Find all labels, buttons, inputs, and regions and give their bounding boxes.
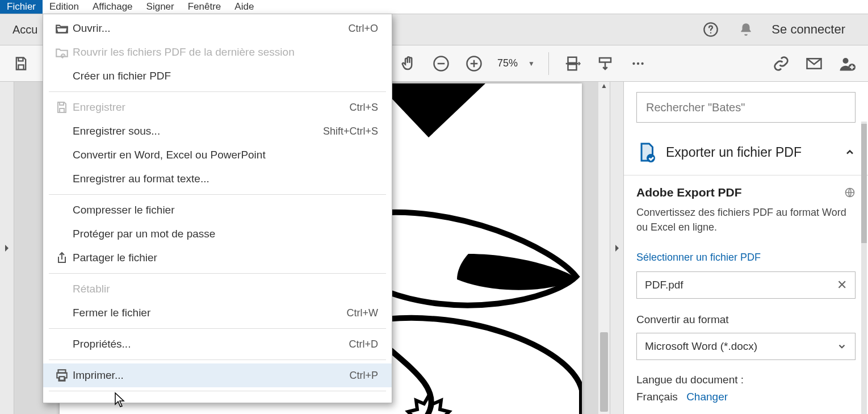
panel-scrollbar[interactable] xyxy=(861,122,867,414)
svg-rect-7 xyxy=(568,57,576,62)
export-panel-title[interactable]: Exporter un fichier PDF xyxy=(666,145,835,160)
zoom-in-icon[interactable] xyxy=(464,54,484,73)
menu-compress-label: Compresser le fichier xyxy=(73,204,378,216)
menu-close-file[interactable]: Fermer le fichier Ctrl+W xyxy=(43,301,392,325)
menu-convert[interactable]: Convertir en Word, Excel ou PowerPoint xyxy=(43,143,392,167)
menu-print-shortcut: Ctrl+P xyxy=(349,370,378,382)
select-pdf-link[interactable]: Sélectionner un fichier PDF xyxy=(636,252,856,264)
mail-icon[interactable] xyxy=(804,54,824,73)
search-input[interactable] xyxy=(636,92,856,123)
zoom-level[interactable]: 75% ▼ xyxy=(497,57,535,69)
svg-point-16 xyxy=(647,154,655,162)
link-icon[interactable] xyxy=(771,54,791,73)
menu-props-label: Propriétés... xyxy=(73,338,349,350)
bell-icon[interactable] xyxy=(736,20,756,39)
menu-share[interactable]: Partager le fichier xyxy=(43,246,392,270)
help-icon[interactable] xyxy=(701,20,720,39)
format-value: Microsoft Word (*.docx) xyxy=(645,340,757,353)
separator xyxy=(49,328,386,329)
menu-compress[interactable]: Compresser le fichier xyxy=(43,198,392,222)
doc-language-label: Langue du document : xyxy=(636,374,856,386)
menu-save-shortcut: Ctrl+S xyxy=(349,102,378,114)
left-panel-toggle[interactable] xyxy=(0,82,14,414)
scroll-mode-icon[interactable] xyxy=(596,54,615,73)
menu-save-text[interactable]: Enregistrer au format texte... xyxy=(43,167,392,191)
menu-save-label: Enregistrer xyxy=(73,101,349,114)
scroll-up-icon[interactable]: ▲ xyxy=(598,82,610,93)
svg-point-10 xyxy=(632,62,635,64)
external-link-icon[interactable] xyxy=(844,187,856,198)
hand-tool-icon[interactable] xyxy=(399,54,418,73)
folder-reload-icon xyxy=(51,45,73,60)
separator xyxy=(49,194,386,195)
menu-edit[interactable]: Edition xyxy=(43,0,86,14)
menu-help[interactable]: Aide xyxy=(228,0,261,14)
doc-language-value: Français xyxy=(636,391,678,403)
menu-save-as[interactable]: Enregistrer sous... Shift+Ctrl+S xyxy=(43,119,392,143)
vertical-scrollbar[interactable]: ▲ xyxy=(598,82,610,414)
save-icon[interactable] xyxy=(11,54,31,73)
menu-print[interactable]: Imprimer... Ctrl+P xyxy=(43,363,392,387)
menu-protect[interactable]: Protéger par un mot de passe xyxy=(43,222,392,246)
folder-open-icon xyxy=(51,21,73,36)
separator xyxy=(548,52,549,75)
menubar: Fichier Edition Affichage Signer Fenêtre… xyxy=(0,0,868,14)
menu-revert-label: Rétablir xyxy=(73,283,378,295)
menu-saveas-shortcut: Shift+Ctrl+S xyxy=(323,126,378,137)
close-icon[interactable]: ✕ xyxy=(837,278,847,292)
convert-format-label: Convertir au format xyxy=(636,313,856,326)
separator xyxy=(49,91,386,92)
menu-open[interactable]: Ouvrir... Ctrl+O xyxy=(43,16,392,40)
svg-point-12 xyxy=(641,62,643,64)
menu-savetxt-label: Enregistrer au format texte... xyxy=(73,173,378,185)
menu-create-pdf[interactable]: Créer un fichier PDF xyxy=(43,64,392,88)
file-menu-dropdown: Ouvrir... Ctrl+O Rouvrir les fichiers PD… xyxy=(43,14,392,403)
menu-props-shortcut: Ctrl+D xyxy=(349,338,378,350)
right-panel-toggle[interactable] xyxy=(610,82,624,414)
print-icon xyxy=(51,368,73,383)
add-user-icon[interactable] xyxy=(837,54,857,73)
menu-reopen-label: Rouvrir les fichiers PDF de la dernière … xyxy=(73,46,378,58)
separator xyxy=(624,175,868,175)
chevron-up-icon[interactable] xyxy=(844,147,856,158)
menu-protect-label: Protéger par un mot de passe xyxy=(73,228,378,240)
chevron-down-icon: ▼ xyxy=(528,60,535,68)
selected-file-name: PDF.pdf xyxy=(645,279,684,291)
menu-open-label: Ouvrir... xyxy=(73,22,348,35)
menu-view[interactable]: Affichage xyxy=(86,0,140,14)
menu-revert: Rétablir xyxy=(43,277,392,301)
menu-close-label: Fermer le fichier xyxy=(73,307,347,319)
change-language-link[interactable]: Changer xyxy=(686,391,728,403)
menu-share-label: Partager le fichier xyxy=(73,252,378,264)
svg-rect-19 xyxy=(60,377,65,380)
svg-rect-8 xyxy=(568,64,576,70)
sign-in-button[interactable]: Se connecter xyxy=(771,22,845,37)
svg-point-1 xyxy=(710,32,711,34)
zoom-value: 75% xyxy=(497,57,518,69)
share-icon xyxy=(51,251,73,265)
separator xyxy=(49,359,386,360)
export-pdf-icon xyxy=(636,142,657,162)
svg-rect-9 xyxy=(599,58,611,62)
more-icon[interactable] xyxy=(628,54,648,73)
zoom-out-icon[interactable] xyxy=(431,54,451,73)
chevron-down-icon xyxy=(837,341,847,352)
separator xyxy=(49,391,386,391)
scrollbar-thumb[interactable] xyxy=(600,332,608,412)
export-subtitle: Convertissez des fichiers PDF au format … xyxy=(636,205,856,235)
menu-reopen: Rouvrir les fichiers PDF de la dernière … xyxy=(43,40,392,64)
tools-panel: Exporter un fichier PDF Adobe Export PDF… xyxy=(624,82,868,414)
menu-properties[interactable]: Propriétés... Ctrl+D xyxy=(43,332,392,356)
menu-open-shortcut: Ctrl+O xyxy=(348,23,378,35)
format-select[interactable]: Microsoft Word (*.docx) xyxy=(636,333,856,360)
menu-print-label: Imprimer... xyxy=(73,369,349,382)
menu-saveas-label: Enregistrer sous... xyxy=(73,125,323,137)
fit-width-icon[interactable] xyxy=(563,54,582,73)
menu-file[interactable]: Fichier xyxy=(0,0,43,14)
adobe-export-title: Adobe Export PDF xyxy=(636,186,742,199)
menu-sign[interactable]: Signer xyxy=(140,0,181,14)
selected-file-box: PDF.pdf ✕ xyxy=(636,271,856,299)
scrollbar-thumb[interactable] xyxy=(861,124,867,243)
menu-window[interactable]: Fenêtre xyxy=(181,0,228,14)
menu-convert-label: Convertir en Word, Excel ou PowerPoint xyxy=(73,149,378,161)
